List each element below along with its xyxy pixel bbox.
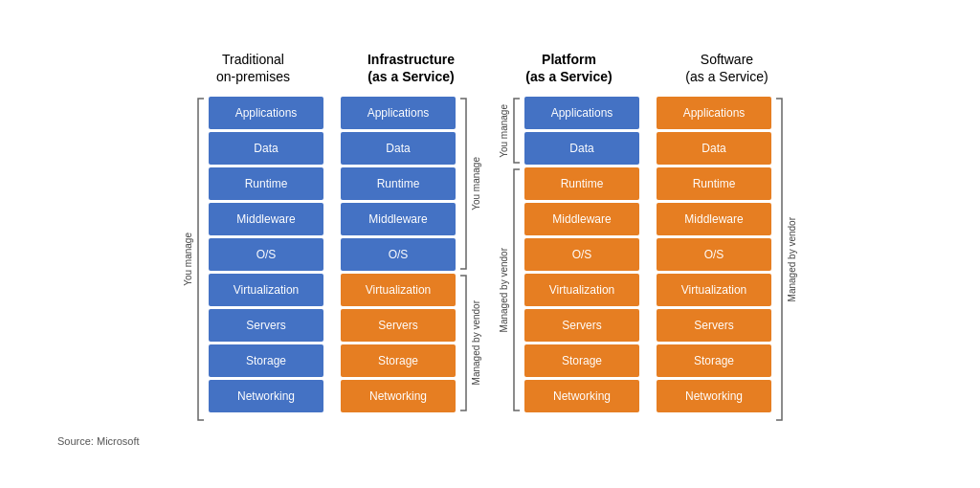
cell-applications-3: Applications xyxy=(524,97,639,129)
brace-label-vendor-iaas: Managed by vendor xyxy=(471,300,481,385)
cell-os-1: O/S xyxy=(209,238,323,271)
cell-middleware-1: Middleware xyxy=(209,203,323,235)
cell-networking-1: Networking xyxy=(209,380,323,412)
cell-middleware-4: Middleware xyxy=(657,203,771,235)
cell-virtualization-3: Virtualization xyxy=(524,274,639,306)
cell-os-2: O/S xyxy=(341,238,456,271)
cell-servers-4: Servers xyxy=(657,309,771,342)
cell-middleware-2: Middleware xyxy=(341,203,456,235)
stack-iaas: Applications Data Runtime Middleware O/S… xyxy=(341,97,456,412)
cell-servers-1: Servers xyxy=(209,309,323,342)
cell-storage-2: Storage xyxy=(341,344,456,377)
cell-servers-3: Servers xyxy=(524,309,639,342)
cell-runtime-3: Runtime xyxy=(524,167,639,200)
column-iaas: Infrastructure(as a Service) Application… xyxy=(341,49,481,412)
col-title-traditional: Traditionalon-premises xyxy=(216,49,290,87)
cell-storage-1: Storage xyxy=(209,344,323,377)
brace-vendor-saas xyxy=(775,97,785,422)
cell-data-4: Data xyxy=(657,132,771,165)
brace-svg-1 xyxy=(195,97,205,422)
brace-label-you-manage-iaas: You manage xyxy=(471,157,481,211)
cell-virtualization-1: Virtualization xyxy=(209,274,323,306)
cell-servers-2: Servers xyxy=(341,309,456,342)
brace-you-manage-iaas xyxy=(459,97,469,271)
cell-virtualization-2: Virtualization xyxy=(341,274,456,306)
brace-label-vendor-saas: Managed by vendor xyxy=(787,217,797,301)
cell-networking-2: Networking xyxy=(341,380,456,412)
cell-networking-4: Networking xyxy=(657,380,771,412)
cell-applications-2: Applications xyxy=(341,97,456,129)
brace-label-vendor-paas: Managed by vendor xyxy=(499,248,509,332)
brace-you-manage-paas xyxy=(511,97,521,165)
source-text: Source: Microsoft xyxy=(57,435,140,447)
cell-networking-3: Networking xyxy=(524,380,639,412)
column-paas: Platform(as a Service) You manage Manage… xyxy=(499,49,639,412)
stack-traditional: Applications Data Runtime Middleware O/S… xyxy=(209,97,323,422)
col-title-saas: Software(as a Service) xyxy=(685,49,768,87)
diagram-container: Traditionalon-premises You manage Applic… xyxy=(154,39,826,422)
stack-paas: Applications Data Runtime Middleware O/S… xyxy=(524,97,639,412)
col-title-iaas: Infrastructure(as a Service) xyxy=(368,49,455,87)
cell-middleware-3: Middleware xyxy=(524,203,639,235)
cell-applications-4: Applications xyxy=(657,97,771,129)
cell-virtualization-4: Virtualization xyxy=(657,274,771,306)
cell-runtime-1: Runtime xyxy=(209,167,323,200)
brace-vendor-paas xyxy=(511,167,521,412)
cell-os-4: O/S xyxy=(657,238,771,271)
brace-label-you-manage-paas: You manage xyxy=(499,104,509,158)
brace-label-you-manage-1: You manage xyxy=(183,233,193,286)
brace-vendor-iaas xyxy=(459,274,469,412)
column-traditional: Traditionalon-premises You manage Applic… xyxy=(183,49,323,422)
cell-data-1: Data xyxy=(209,132,323,165)
column-saas: Software(as a Service) Applications Data… xyxy=(657,49,797,422)
cell-os-3: O/S xyxy=(524,238,639,271)
cell-storage-3: Storage xyxy=(524,344,639,377)
cell-storage-4: Storage xyxy=(657,344,771,377)
cell-applications-1: Applications xyxy=(209,97,323,129)
cell-runtime-2: Runtime xyxy=(341,167,456,200)
stack-saas: Applications Data Runtime Middleware O/S… xyxy=(657,97,771,422)
cell-runtime-4: Runtime xyxy=(657,167,771,200)
cell-data-2: Data xyxy=(341,132,456,165)
cell-data-3: Data xyxy=(524,132,639,165)
col-title-paas: Platform(as a Service) xyxy=(525,49,612,87)
